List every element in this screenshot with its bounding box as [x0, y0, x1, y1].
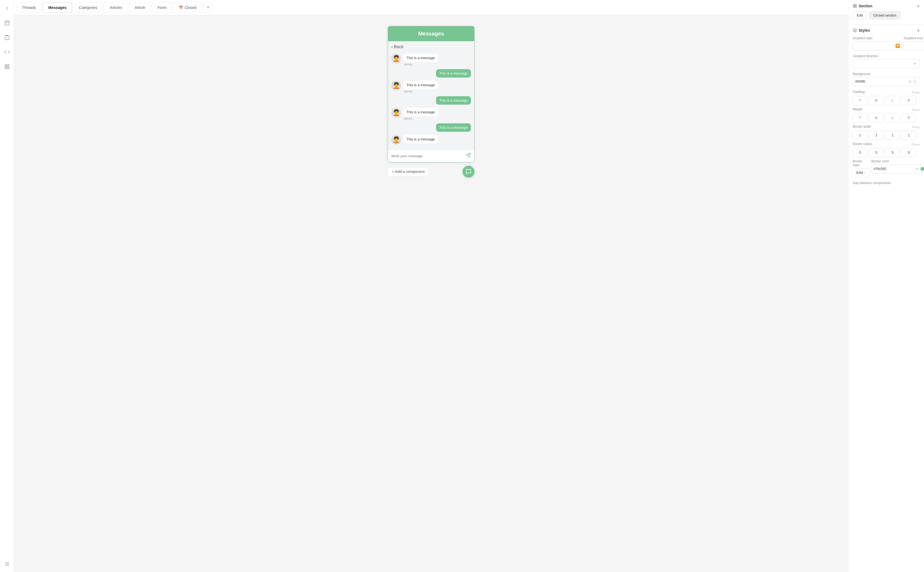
margin-label-row: Margin Pixels — [853, 107, 920, 112]
border-width-label: Border width — [853, 125, 871, 129]
border-width-bottom-input[interactable]: 1 — [869, 131, 884, 140]
padding-top-input[interactable] — [853, 96, 867, 105]
border-color-field[interactable]: #76c592 ✕ — [871, 164, 924, 174]
tab-form[interactable]: Form — [152, 2, 172, 13]
message-row-outgoing: This is a message — [391, 69, 471, 78]
margin-right-input[interactable] — [902, 113, 916, 123]
svg-rect-8 — [7, 67, 9, 69]
section-icon — [853, 4, 857, 8]
section-title-row: Section ∧ — [853, 4, 920, 8]
padding-bottom-input[interactable] — [869, 96, 884, 105]
border-color-wrap: Border color #76c592 ✕ — [871, 159, 924, 177]
add-component-button[interactable]: + Add a component — [388, 167, 429, 176]
gradient-start-input[interactable] — [855, 44, 896, 48]
border-radius-left-input[interactable]: 5 — [885, 148, 900, 157]
gradient-start-field-wrap: Gradient start 🔽 — [853, 36, 902, 50]
calendar-icon[interactable] — [2, 18, 12, 28]
margin-pixels-label: Pixels — [912, 108, 920, 112]
margin-bottom-input[interactable] — [869, 113, 884, 123]
padding-label: Padding — [853, 90, 865, 94]
messages-body: ‹ Back 🧑‍🦱 This is a message — [388, 41, 474, 150]
grid-icon[interactable] — [2, 62, 12, 72]
border-radius-label-row: Border radius Pixels — [853, 142, 920, 147]
border-color-label: Border color — [871, 159, 924, 163]
border-width-left-input[interactable]: 1 — [885, 131, 900, 140]
back-icon[interactable] — [2, 3, 12, 13]
message-bubble-wrap: This is a message James — [403, 108, 438, 120]
edit-button[interactable]: Edit — [853, 11, 867, 19]
message-bubble-outgoing: This is a message — [436, 123, 471, 132]
svg-rect-16 — [853, 6, 855, 8]
left-sidebar — [0, 0, 14, 572]
tab-articles[interactable]: Articles — [104, 2, 128, 13]
border-radius-bottom-input[interactable]: 5 — [869, 148, 884, 157]
tab-messages[interactable]: Messages — [43, 2, 72, 13]
gradient-end-field[interactable]: 🔽 — [904, 41, 924, 50]
padding-left-input[interactable] — [885, 96, 900, 105]
gradient-direction-label: Gradient direction — [853, 54, 920, 58]
send-icon[interactable] — [465, 152, 471, 159]
margin-left-input[interactable] — [885, 113, 900, 123]
tab-add-button[interactable]: + — [203, 3, 213, 12]
border-style-label: Border style — [853, 159, 869, 167]
border-color-clear-button[interactable]: ✕ — [916, 167, 918, 171]
border-width-inputs: 1 1 1 1 — [853, 131, 920, 140]
gradient-start-field[interactable]: 🔽 — [853, 41, 902, 50]
padding-right-input[interactable] — [902, 96, 916, 105]
messages-widget-header: Messages — [388, 26, 474, 41]
collapse-section-button[interactable]: ∧ — [917, 4, 920, 8]
margin-inputs — [853, 113, 920, 123]
border-width-right-input[interactable]: 1 — [902, 131, 916, 140]
border-style-color-row: Border style Solid Border color #76c592 … — [853, 159, 920, 177]
tab-closed[interactable]: 📅 Closed — [173, 2, 202, 13]
gradient-direction-dropdown[interactable] — [853, 59, 920, 68]
margin-top-input[interactable] — [853, 113, 867, 123]
messages-widget: Messages ‹ Back 🧑‍🦱 — [388, 26, 474, 162]
border-radius-right-input[interactable]: 5 — [902, 148, 916, 157]
chevron-down-icon — [863, 171, 866, 174]
svg-rect-14 — [853, 4, 855, 6]
message-row-outgoing: This is a message — [391, 123, 471, 132]
gradient-end-label: Gradient end — [904, 36, 924, 40]
message-input[interactable] — [391, 154, 465, 158]
gradient-end-input[interactable] — [906, 44, 924, 48]
chat-fab-button[interactable] — [462, 166, 474, 177]
chevron-down-icon — [913, 62, 917, 65]
message-sender: James — [403, 63, 438, 66]
collapse-styles-button[interactable]: ∧ — [917, 28, 920, 33]
clipboard-icon[interactable] — [2, 33, 12, 42]
border-radius-label: Border radius — [853, 142, 872, 146]
styles-header: Styles ∧ — [853, 28, 920, 33]
tab-threads[interactable]: Threads — [16, 2, 42, 13]
message-sender: James — [403, 117, 438, 120]
background-clear-button[interactable]: ✕ — [908, 79, 912, 84]
margin-label: Margin — [853, 107, 863, 111]
avatar: 🧑‍🦱 — [391, 135, 401, 145]
border-width-top-input[interactable]: 1 — [853, 131, 867, 140]
tab-article[interactable]: Article — [129, 2, 151, 13]
border-color-input[interactable]: #76c592 — [874, 167, 915, 171]
closed-section-button[interactable]: Closed section — [869, 11, 900, 19]
message-bubble-wrap: This is a message James — [403, 81, 438, 93]
border-color-dot[interactable] — [921, 167, 924, 171]
background-input[interactable]: #f3f4f6 — [855, 80, 908, 84]
tab-categories[interactable]: Categories — [73, 2, 103, 13]
gradient-start-dropper[interactable]: 🔽 — [896, 44, 899, 48]
background-color-picker[interactable] — [913, 79, 917, 84]
svg-rect-15 — [855, 4, 857, 6]
message-row: 🧑‍🦱 This is a message — [391, 135, 471, 145]
canvas-area: Messages ‹ Back 🧑‍🦱 — [14, 15, 848, 572]
background-field[interactable]: #f3f4f6 ✕ — [853, 77, 920, 86]
back-button[interactable]: ‹ Back — [391, 45, 471, 49]
menu-icon[interactable] — [2, 559, 12, 569]
border-style-wrap: Border style Solid — [853, 159, 869, 177]
border-style-select[interactable]: Solid — [853, 168, 869, 177]
gradient-fields-row: Gradient start 🔽 Gradient end 🔽 — [853, 36, 920, 50]
right-panel: Section ∧ Edit Closed section Styles ∧ — [848, 0, 924, 572]
code-icon[interactable] — [2, 47, 12, 57]
border-radius-top-input[interactable]: 5 — [853, 148, 867, 157]
edit-closed-row: Edit Closed section — [853, 11, 920, 19]
svg-rect-7 — [5, 67, 6, 69]
message-row-outgoing: This is a message — [391, 96, 471, 105]
message-sender: James — [403, 90, 438, 93]
